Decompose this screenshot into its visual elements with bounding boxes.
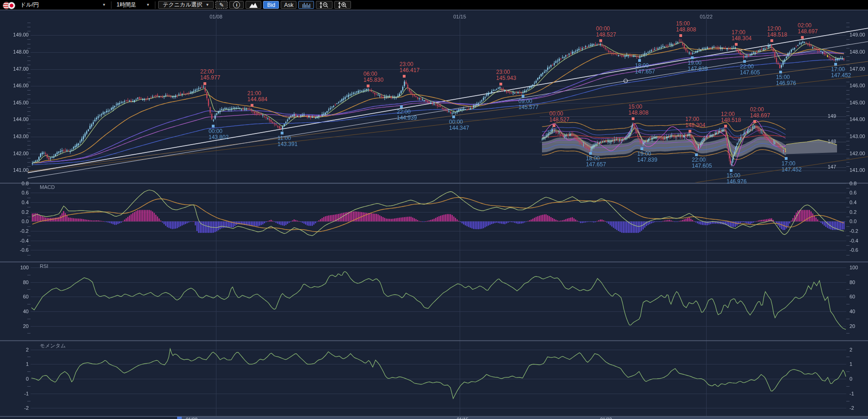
info-icon: i bbox=[233, 1, 240, 8]
volume-display-button[interactable] bbox=[298, 1, 314, 9]
timeframe-label: 1時間足 bbox=[117, 1, 136, 9]
timeframe-select[interactable]: 1時間足 ▼ bbox=[114, 0, 153, 9]
pair-select[interactable]: ドル/円 ▼ bbox=[18, 0, 109, 9]
zoom-out-vertical-icon bbox=[320, 2, 329, 8]
time-scrollbar[interactable]: 01/0801/1501/22 bbox=[177, 417, 868, 419]
main-chart-canvas[interactable] bbox=[0, 0, 868, 419]
fx-chart-app: ドル/円 ▼ 1時間足 ▼ テクニカル選択 ▼ ✎ i Bid Ask bbox=[0, 0, 868, 419]
scrollbar-date-label: 01/22 bbox=[600, 417, 612, 419]
toolbar-divider bbox=[111, 1, 111, 9]
ask-button[interactable]: Ask bbox=[281, 1, 296, 9]
chevron-down-icon: ▼ bbox=[205, 3, 209, 7]
technical-label: テクニカル選択 bbox=[163, 1, 202, 9]
draw-tool-button[interactable]: ✎ bbox=[215, 1, 228, 9]
zoom-out-button[interactable] bbox=[316, 1, 332, 9]
mountain-icon bbox=[249, 2, 258, 8]
chevron-down-icon: ▼ bbox=[142, 3, 150, 7]
chart-style-button[interactable] bbox=[246, 1, 261, 9]
technical-select-button[interactable]: テクニカル選択 ▼ bbox=[158, 1, 214, 9]
zoom-in-button[interactable] bbox=[334, 1, 351, 9]
zoom-in-vertical-icon bbox=[338, 2, 347, 8]
toolbar: ドル/円 ▼ 1時間足 ▼ テクニカル選択 ▼ ✎ i Bid Ask bbox=[0, 0, 868, 10]
currency-pair-flags-icon bbox=[3, 1, 17, 9]
waveform-icon bbox=[302, 2, 310, 8]
scrollbar-date-label: 01/15 bbox=[457, 417, 468, 419]
scrollbar-date-label: 01/08 bbox=[186, 417, 197, 419]
toolbar-divider bbox=[155, 1, 155, 9]
chevron-down-icon: ▼ bbox=[98, 3, 106, 7]
pair-label: ドル/円 bbox=[20, 1, 39, 9]
pencil-icon: ✎ bbox=[219, 2, 224, 8]
info-button[interactable]: i bbox=[229, 1, 244, 9]
bid-button[interactable]: Bid bbox=[263, 1, 279, 9]
scrollbar-handle[interactable] bbox=[177, 417, 182, 419]
